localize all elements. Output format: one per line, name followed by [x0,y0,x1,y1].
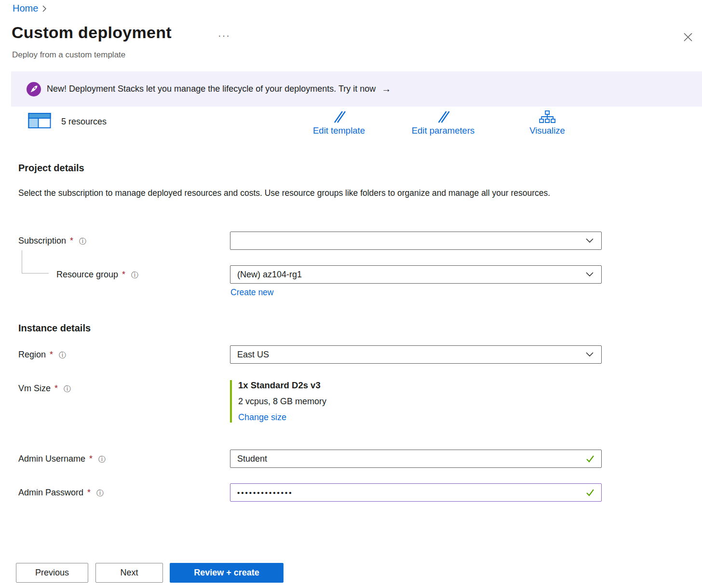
required-marker: * [50,350,53,360]
region-value: East US [237,350,269,360]
close-icon[interactable] [681,30,695,44]
pencil-icon [331,110,347,123]
deployment-stacks-banner[interactable]: New! Deployment Stacks let you manage th… [11,71,702,107]
region-label: Region* [18,350,66,360]
arrow-right-icon[interactable] [381,83,391,95]
info-icon[interactable] [79,237,86,245]
required-marker: * [70,236,73,246]
page-title: Custom deployment [12,23,172,42]
project-details-heading: Project details [18,163,84,174]
required-marker: * [54,383,58,394]
info-icon[interactable] [131,271,138,278]
required-marker: * [89,454,93,464]
admin-password-field [230,483,602,502]
required-marker: * [87,488,91,498]
chevron-right-icon [42,5,47,12]
subscription-dropdown[interactable] [230,232,602,250]
checkmark-icon [586,488,594,497]
visualize-label: Visualize [529,125,565,136]
info-icon[interactable] [96,489,104,496]
edit-parameters-label: Edit parameters [412,125,475,136]
admin-password-input[interactable] [237,489,581,497]
resource-group-dropdown[interactable]: (New) az104-rg1 [230,265,602,284]
sitemap-icon [539,110,555,123]
region-dropdown[interactable]: East US [230,345,602,364]
banner-text: New! Deployment Stacks let you manage th… [47,84,376,94]
vm-size-label: Vm Size* [18,383,71,394]
instance-details-heading: Instance details [18,323,91,334]
checkmark-icon [586,454,594,463]
admin-username-label: Admin Username* [18,454,106,464]
vm-size-summary: 1x Standard D2s v3 2 vcpus, 8 GB memory … [230,380,326,423]
chevron-down-icon [586,352,594,357]
template-icon [28,111,52,129]
previous-button[interactable]: Previous [16,563,88,583]
admin-password-label: Admin Password* [18,488,104,498]
resource-group-label: Resource group* [56,270,138,280]
page-subtitle: Deploy from a custom template [12,50,125,60]
more-options-icon[interactable] [218,30,230,41]
info-icon[interactable] [98,455,106,463]
visualize-button[interactable]: Visualize [529,110,565,136]
admin-username-field [230,450,602,468]
edit-template-button[interactable]: Edit template [313,110,365,136]
create-new-link[interactable]: Create new [230,287,274,298]
info-icon[interactable] [59,351,66,358]
review-create-button[interactable]: Review + create [170,563,284,583]
edit-template-label: Edit template [313,125,365,136]
vm-size-specs: 2 vcpus, 8 GB memory [238,397,326,407]
subscription-label: Subscription* [18,236,86,246]
resource-group-value: (New) az104-rg1 [237,270,302,280]
info-icon[interactable] [64,385,71,392]
rocket-icon [27,82,41,96]
subscription-resource-group-connector [22,250,49,273]
project-details-description: Select the subscription to manage deploy… [18,186,573,201]
breadcrumb: Home [13,3,47,14]
chevron-down-icon [586,272,594,277]
vm-size-title: 1x Standard D2s v3 [238,380,326,391]
template-resource-count: 5 resources [61,117,107,127]
required-marker: * [122,270,125,280]
change-size-link[interactable]: Change size [238,412,286,423]
next-button[interactable]: Next [95,563,163,583]
edit-parameters-button[interactable]: Edit parameters [412,110,475,136]
pencil-icon [435,110,451,123]
breadcrumb-home-link[interactable]: Home [13,3,38,14]
chevron-down-icon [586,238,594,243]
admin-username-input[interactable] [237,454,581,464]
